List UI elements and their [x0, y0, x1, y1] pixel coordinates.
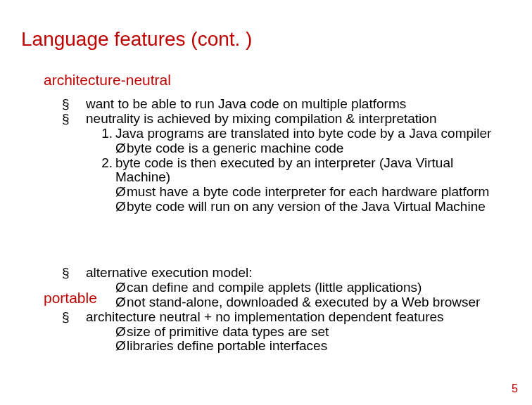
- bullet-square-icon: §: [62, 112, 70, 127]
- list-text: byte code is a generic machine code: [127, 141, 493, 156]
- list-text: not stand-alone, downloaded & executed b…: [127, 295, 493, 310]
- list-text: Java programs are translated into byte c…: [115, 127, 493, 141]
- bullet-arrow-icon: Ø: [115, 185, 127, 200]
- list-item: Ø byte code is a generic machine code: [62, 141, 493, 156]
- bullet-square-icon: §: [62, 266, 70, 281]
- bullet-number-icon: 1.: [97, 127, 115, 141]
- bullet-square-icon: §: [62, 97, 70, 112]
- content-block-1: § want to be able to run Java code on mu…: [62, 97, 493, 214]
- slide: Language features (cont. ) architecture-…: [0, 0, 532, 405]
- list-item: Ø byte code will run on any version of t…: [62, 200, 493, 214]
- bullet-arrow-icon: Ø: [115, 295, 127, 310]
- list-text: neutrality is achieved by mixing compila…: [86, 112, 493, 127]
- bullet-arrow-icon: Ø: [115, 339, 127, 354]
- list-item: § neutrality is achieved by mixing compi…: [62, 112, 493, 127]
- list-item: § architecture neutral + no implementati…: [62, 310, 493, 325]
- list-text: alternative execution model:: [86, 266, 493, 281]
- list-item: § want to be able to run Java code on mu…: [62, 97, 493, 112]
- list-text: libraries define portable interfaces: [127, 339, 493, 354]
- bullet-arrow-icon: Ø: [115, 325, 127, 340]
- bullet-arrow-icon: Ø: [115, 200, 127, 214]
- list-item: Ø can define and compile applets (little…: [62, 281, 493, 295]
- bullet-arrow-icon: Ø: [115, 281, 127, 295]
- bullet-number-icon: 2.: [97, 156, 115, 171]
- list-text: size of primitive data types are set: [127, 325, 493, 340]
- list-text: architecture neutral + no implementation…: [86, 310, 493, 325]
- list-item: § alternative execution model:: [62, 266, 493, 281]
- slide-title: Language features (cont. ): [21, 28, 252, 51]
- page-number: 5: [512, 382, 518, 395]
- section-heading-architecture-neutral: architecture-neutral: [44, 72, 171, 89]
- content-block-2: § alternative execution model: Ø can def…: [62, 266, 493, 354]
- list-text: want to be able to run Java code on mult…: [86, 97, 493, 112]
- list-text: byte code will run on any version of the…: [127, 200, 493, 214]
- list-item: Ø libraries define portable interfaces: [62, 339, 493, 354]
- list-text: can define and compile applets (little a…: [127, 281, 493, 295]
- list-item: 2. byte code is then executed by an inte…: [62, 156, 493, 186]
- list-item: Ø not stand-alone, downloaded & executed…: [62, 295, 493, 310]
- list-item: Ø must have a byte code interpreter for …: [62, 185, 493, 200]
- list-item: Ø size of primitive data types are set: [62, 325, 493, 340]
- list-item: 1. Java programs are translated into byt…: [62, 127, 493, 141]
- list-text: byte code is then executed by an interpr…: [115, 156, 493, 186]
- bullet-arrow-icon: Ø: [115, 141, 127, 156]
- bullet-square-icon: §: [62, 310, 70, 325]
- list-text: must have a byte code interpreter for ea…: [127, 185, 493, 200]
